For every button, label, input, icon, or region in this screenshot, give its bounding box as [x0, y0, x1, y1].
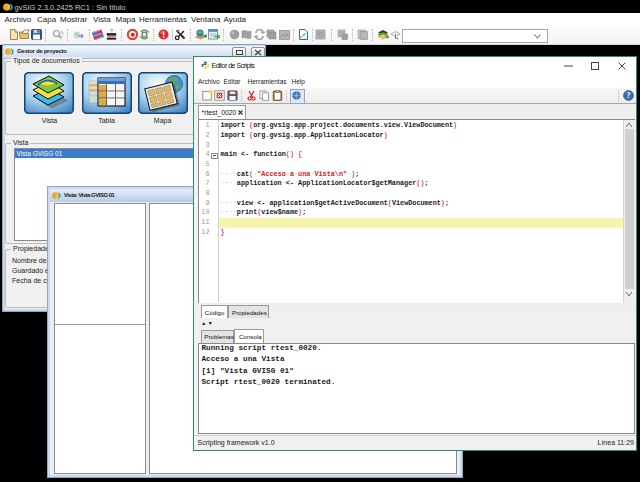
svg-text:?: ? — [627, 91, 631, 100]
